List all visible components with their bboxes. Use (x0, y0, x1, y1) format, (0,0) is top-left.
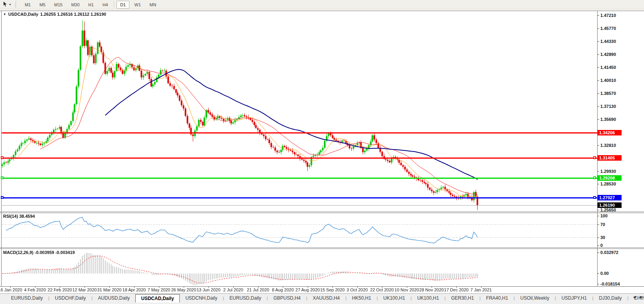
price-axis-tick: 1.44330 (600, 39, 616, 44)
price-chart-canvas[interactable] (0, 0, 597, 304)
axis-tick-mark (597, 41, 599, 42)
tab-usoil-weekly[interactable]: USOil,Weekly (515, 294, 555, 302)
hline-price-flag[interactable]: 1.34206 (598, 130, 622, 135)
axis-tick-mark (597, 171, 599, 172)
tab-usdcnh-daily[interactable]: USDCNH,Daily (180, 294, 223, 302)
time-axis-label: 26 May 2020 (171, 287, 196, 292)
time-axis-label: 7 May 2020 (148, 287, 170, 292)
axis-tick-mark (597, 216, 599, 216)
rsi-axis-tick: 100 (600, 213, 607, 218)
axis-tick-mark (597, 252, 599, 253)
symbol-tab-bar: EURUSD,Daily|USDCHF,Daily|AUDUSD,DailyUS… (0, 293, 644, 304)
time-axis-label: 27 Aug 2020 (295, 287, 320, 292)
tab-dj30-daily[interactable]: DJ30,Daily (593, 294, 627, 302)
tab-scroll-left-icon[interactable]: ◀ (633, 295, 636, 299)
price-axis-tick: 1.45770 (600, 26, 616, 31)
price-axis-tick: 1.40010 (600, 78, 616, 83)
tab-ger30-h1[interactable]: GER30,H1 (446, 294, 480, 302)
tab-fra40-h1[interactable]: FRA40,H1 (481, 294, 514, 302)
mt4-chart-window: ▼ M1M5M15M30H1H4D1W1MN ▼ USDCAD,Daily 1.… (0, 0, 644, 304)
axis-tick-mark (597, 54, 599, 55)
time-axis-label: 31 Mar 2020 (97, 287, 122, 292)
tab-gbpusd-h4[interactable]: GBPUSD,H4 (268, 294, 306, 302)
chart-title: ▼ USDCAD,Daily 1.26255 1.26516 1.26112 1… (3, 12, 106, 17)
hline-left-handle[interactable] (1, 196, 4, 199)
time-axis-label: 28 Nov 2020 (419, 287, 444, 292)
hline-left-handle[interactable] (1, 156, 4, 159)
tab-eurusd-daily[interactable]: EURUSD,Daily (6, 294, 48, 302)
time-axis-label: 8 Aug 2020 (272, 287, 294, 292)
time-axis-label: 2 Jul 2020 (223, 287, 244, 292)
time-axis-label: 17 Dec 2020 (444, 287, 469, 292)
macd-axis-tick: 0.032972 (600, 250, 618, 255)
time-axis-label: 22 Feb 2020 (48, 287, 72, 292)
price-axis-tick: 1.37130 (600, 104, 616, 109)
axis-tick-mark (597, 245, 599, 246)
current-price-flag: 1.26190 (598, 202, 622, 208)
tab-usdcad-daily[interactable]: USDCAD,Daily (135, 294, 180, 302)
price-axis-tick: 1.38570 (600, 91, 616, 96)
tab-scroll-right-icon[interactable]: ▶ (640, 295, 642, 299)
hline-price-flag[interactable]: 1.31405 (598, 155, 622, 161)
time-axis-label: 21 Jul 2020 (247, 287, 269, 292)
time-axis-label: 16 Jan 2020 (0, 287, 22, 292)
price-axis-tick: 1.28530 (600, 182, 616, 186)
price-axis-tick: 1.35690 (600, 117, 616, 122)
rsi-axis-tick: 30 (600, 235, 605, 240)
price-axis-tick: 1.47210 (600, 13, 616, 18)
symbol-tabs: EURUSD,Daily|USDCHF,Daily|AUDUSD,DailyUS… (0, 294, 644, 302)
time-axis-label: 15 Sep 2020 (320, 287, 345, 292)
axis-tick-mark (597, 210, 599, 210)
axis-tick-mark (597, 224, 599, 225)
hline-right-handle[interactable] (593, 196, 596, 199)
chart-title-symbol: USDCAD,Daily (8, 12, 38, 17)
hline-left-handle[interactable] (1, 176, 4, 179)
hline-price-flag[interactable]: 1.29208 (598, 175, 622, 181)
chart-title-ohlc: 1.26255 1.26516 1.26112 1.26190 (40, 12, 106, 17)
time-axis-label: 13 Jun 2020 (197, 287, 221, 292)
time-axis-label: 4 Feb 2020 (24, 287, 46, 292)
time-axis-label: 7 Jan 2021 (471, 287, 492, 292)
hline-right-handle[interactable] (593, 156, 596, 159)
axis-tick-mark (597, 93, 599, 94)
hline-price-flag[interactable]: 1.27027 (598, 195, 622, 200)
hline-right-handle[interactable] (593, 176, 596, 179)
price-axis-tick: 1.41450 (600, 65, 616, 70)
rsi-axis-tick: 0 (600, 243, 603, 248)
macd-axis-tick: 0.00 (600, 271, 609, 276)
axis-tick-mark (597, 145, 599, 146)
time-axis-label: 18 Apr 2020 (122, 287, 146, 292)
macd-indicator-label: MACD(12,26,9) -0.003959 -0.003419 (3, 250, 75, 255)
macd-axis-tick: -0.018154 (600, 282, 620, 286)
axis-tick-mark (597, 273, 599, 274)
axis-tick-mark (597, 67, 599, 68)
tab-audusd-daily[interactable]: AUDUSD,Daily (92, 294, 135, 302)
axis-tick-mark (597, 119, 599, 120)
time-axis-label: 10 Nov 2020 (395, 287, 419, 292)
axis-tick-mark (597, 28, 599, 29)
tab-scroll-controls: ◀ ▶ (633, 295, 642, 299)
tab-uk100-h1[interactable]: UK100,H1 (378, 294, 410, 302)
axis-tick-mark (597, 106, 599, 107)
price-axis-tick: 1.32810 (600, 143, 616, 148)
axis-tick-mark (597, 184, 599, 184)
tab-usdjpy-h1[interactable]: USDJPY,H1 (556, 294, 592, 302)
price-axis-tick: 1.42890 (600, 52, 616, 57)
tab-uk100-h1[interactable]: UK100,H1 (411, 294, 444, 302)
time-axis-label: 3 Oct 2020 (347, 287, 368, 292)
tab-xauusd-h4[interactable]: XAUUSD,H4 (307, 294, 345, 302)
time-axis-label: 22 Oct 2020 (370, 287, 394, 292)
rsi-axis-tick: 70 (600, 222, 605, 227)
price-axis-tick: 1.29930 (600, 169, 616, 174)
axis-tick-mark (597, 237, 599, 238)
axis-tick-mark (597, 80, 599, 81)
tab-usdchf-daily[interactable]: USDCHF,Daily (50, 294, 92, 302)
rsi-indicator-label: RSI(14) 38.4594 (3, 214, 35, 219)
time-axis-label: 12 Mar 2020 (72, 287, 97, 292)
collapse-triangle-icon[interactable]: ▼ (3, 13, 6, 16)
tab-eurusd-daily[interactable]: EURUSD,Daily (224, 294, 267, 302)
axis-tick-mark (597, 15, 599, 16)
price-axis-tick: 1.25650 (600, 208, 616, 212)
axis-tick-mark (597, 284, 599, 284)
tab-hk50-h1[interactable]: HK50,H1 (347, 294, 377, 302)
